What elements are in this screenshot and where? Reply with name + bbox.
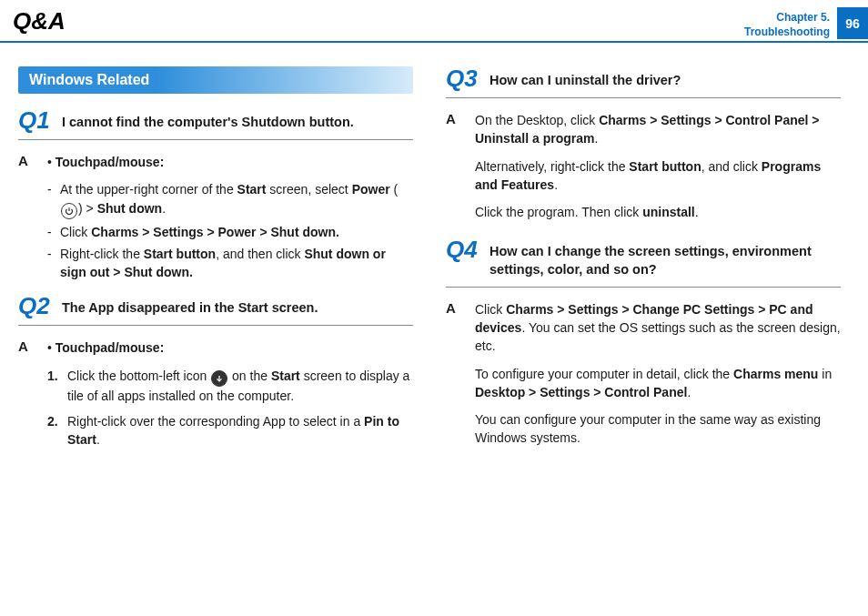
question-3: Q3 How can I uninstall the driver? [446,66,841,98]
a4-p2: To configure your computer in detail, cl… [475,365,841,402]
a2-step-2: 2. Right-click over the corresponding Ap… [47,412,413,449]
question-4: Q4 How can I change the screen settings,… [446,237,841,287]
a4-p1: Click Charms > Settings > Change PC Sett… [475,300,841,356]
q1-label: Q1 [18,108,53,132]
chapter-line-2: Troubleshooting [744,25,830,40]
question-1: Q1 I cannot find the computer's Shutdown… [18,108,413,140]
q1-text: I cannot find the computer's Shutdown bu… [62,108,354,132]
a2-subhead: • Touchpad/mouse: [47,338,413,357]
a2-body: • Touchpad/mouse: 1. Click the bottom-le… [47,338,413,456]
a1-body: • Touchpad/mouse: - At the upper-right c… [47,153,413,285]
answer-3: A On the Desktop, click Charms > Setting… [446,111,841,230]
a2-step-1: 1. Click the bottom-left icon on the Sta… [47,367,413,405]
section-heading: Windows Related [18,66,413,94]
q2-text: The App disappeared in the Start screen. [62,294,318,318]
a3-p2: Alternatively, right-click the Start but… [475,157,841,195]
q3-label: Q3 [446,66,480,90]
a4-p3: You can configure your computer in the s… [475,410,841,448]
power-icon [61,203,77,219]
answer-1: A • Touchpad/mouse: - At the upper-right… [18,153,413,285]
chapter-label: Chapter 5. Troubleshooting [744,7,837,39]
a3-body: On the Desktop, click Charms > Settings … [475,111,841,230]
page-number: 96 [837,7,868,39]
chapter-line-1: Chapter 5. [744,11,830,25]
a1-label: A [18,153,35,168]
content-columns: Windows Related Q1 I cannot find the com… [0,43,868,464]
a3-p3: Click the program. Then click uninstall. [475,203,841,221]
page-title: Q&A [13,7,66,41]
a1-bullet-3: - Right-click the Start button, and then… [47,245,413,282]
header-right: Chapter 5. Troubleshooting 96 [744,7,868,39]
right-column: Q3 How can I uninstall the driver? A On … [446,66,841,464]
a2-label: A [18,338,35,354]
answer-2: A • Touchpad/mouse: 1. Click the bottom-… [18,338,413,456]
q4-label: Q4 [446,237,480,261]
a3-p1: On the Desktop, click Charms > Settings … [475,111,841,148]
a1-bullet-1: - At the upper-right corner of the Start… [47,180,413,218]
question-2: Q2 The App disappeared in the Start scre… [18,294,413,326]
a1-bullet-2: - Click Charms > Settings > Power > Shut… [47,223,413,241]
a4-label: A [446,300,462,316]
a3-label: A [446,111,462,126]
left-column: Windows Related Q1 I cannot find the com… [18,66,413,464]
q4-text: How can I change the screen settings, en… [490,237,841,278]
a4-body: Click Charms > Settings > Change PC Sett… [475,300,841,457]
q3-text: How can I uninstall the driver? [490,66,681,90]
a1-subhead: • Touchpad/mouse: [47,153,413,171]
answer-4: A Click Charms > Settings > Change PC Se… [446,300,841,457]
q2-label: Q2 [18,294,53,318]
page-header: Q&A Chapter 5. Troubleshooting 96 [0,0,868,43]
down-arrow-icon [211,370,227,387]
